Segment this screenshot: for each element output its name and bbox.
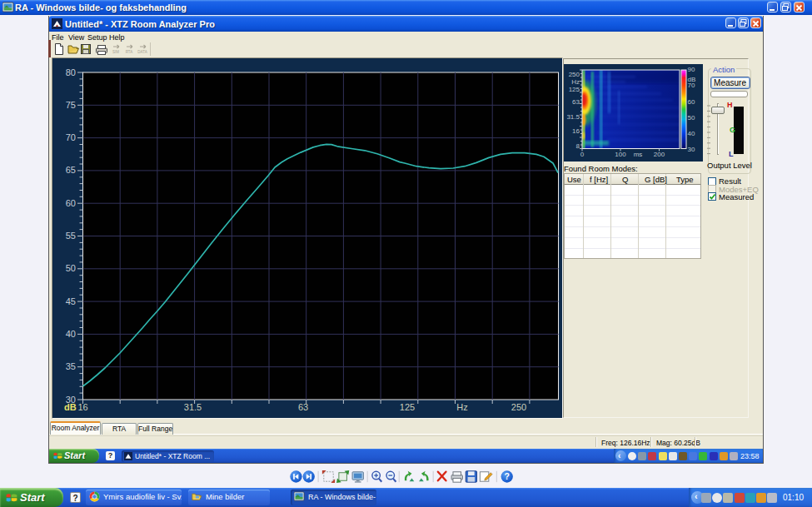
svg-text:8: 8 <box>576 142 580 150</box>
svg-text:63: 63 <box>572 98 580 106</box>
svg-text:35: 35 <box>66 361 76 371</box>
svg-text:60: 60 <box>688 98 695 106</box>
svg-text:125: 125 <box>400 402 415 412</box>
svg-text:RTA: RTA <box>126 50 133 54</box>
svg-text:65: 65 <box>66 165 76 175</box>
svg-text:70: 70 <box>688 82 695 89</box>
svg-text:200: 200 <box>654 151 665 158</box>
svg-text:40: 40 <box>688 130 695 137</box>
svg-text:SIM: SIM <box>112 50 119 54</box>
svg-text:75: 75 <box>66 100 76 110</box>
svg-text:16: 16 <box>572 127 580 135</box>
svg-text:45: 45 <box>66 296 76 306</box>
svg-text:70: 70 <box>66 132 76 142</box>
svg-text:30: 30 <box>688 146 695 153</box>
svg-text:16: 16 <box>77 402 87 412</box>
svg-text:DATA: DATA <box>137 50 147 54</box>
svg-text:90: 90 <box>688 66 695 73</box>
svg-text:ms: ms <box>634 151 643 158</box>
svg-text:100: 100 <box>615 151 626 158</box>
svg-text:Hz: Hz <box>571 78 580 86</box>
svg-text:55: 55 <box>66 231 76 241</box>
svg-text:0: 0 <box>580 151 585 158</box>
svg-text:63: 63 <box>298 402 308 412</box>
svg-text:Hz: Hz <box>456 402 467 412</box>
svg-text:60: 60 <box>66 198 76 208</box>
svg-text:dB: dB <box>64 402 77 412</box>
svg-text:250: 250 <box>511 402 526 412</box>
svg-text:80: 80 <box>66 67 76 77</box>
svg-text:40: 40 <box>66 329 76 339</box>
svg-text:125: 125 <box>569 86 580 93</box>
svg-text:31.5: 31.5 <box>184 402 202 412</box>
svg-text:250: 250 <box>569 71 580 78</box>
svg-text:?: ? <box>505 472 510 481</box>
svg-text:31.5: 31.5 <box>566 113 580 121</box>
svg-text:50: 50 <box>66 263 76 273</box>
svg-text:50: 50 <box>688 114 695 122</box>
